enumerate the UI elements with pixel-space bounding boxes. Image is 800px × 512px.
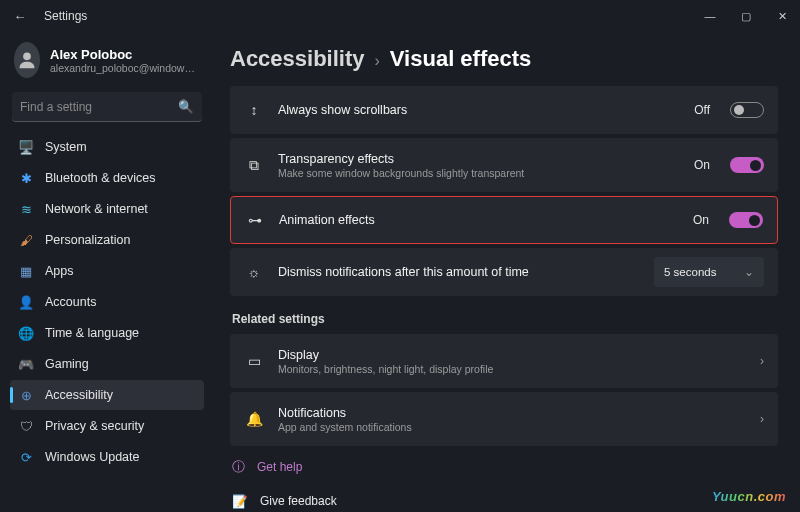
setting-animation: ⊶ Animation effects On <box>230 196 778 244</box>
setting-transparency: ⧉ Transparency effects Make some window … <box>230 138 778 192</box>
user-name: Alex Poloboc <box>50 47 200 62</box>
nav-label: Accounts <box>45 295 96 309</box>
select-value: 5 seconds <box>664 266 716 278</box>
sidebar: Alex Poloboc alexandru_poloboc@windowsre… <box>0 32 212 512</box>
brightness-icon: ☼ <box>244 264 264 280</box>
setting-scrollbars: ↕ Always show scrollbars Off <box>230 86 778 134</box>
nav-icon: 🛡 <box>18 418 34 434</box>
related-subtitle: Monitors, brightness, night light, displ… <box>278 363 746 375</box>
toggle-state: On <box>694 158 710 172</box>
chevron-right-icon: › <box>760 412 764 426</box>
nav-icon: 🖌 <box>18 232 34 248</box>
nav-item-accessibility[interactable]: ⊕Accessibility <box>10 380 204 410</box>
close-button[interactable]: ✕ <box>764 0 800 32</box>
link-label: Get help <box>257 460 302 474</box>
related-title: Notifications <box>278 406 746 420</box>
nav-item-windows-update[interactable]: ⟳Windows Update <box>10 442 204 472</box>
avatar <box>14 42 40 78</box>
nav-item-time-language[interactable]: 🌐Time & language <box>10 318 204 348</box>
nav-icon: 🎮 <box>18 356 34 372</box>
get-help-link[interactable]: ⓘ Get help <box>230 450 778 484</box>
related-notifications[interactable]: 🔔 Notifications App and system notificat… <box>230 392 778 446</box>
breadcrumb-parent[interactable]: Accessibility <box>230 46 365 72</box>
search-input[interactable] <box>20 100 178 114</box>
nav-item-accounts[interactable]: 👤Accounts <box>10 287 204 317</box>
search-icon: 🔍 <box>178 99 194 114</box>
related-heading: Related settings <box>232 312 778 326</box>
nav-icon: ⟳ <box>18 449 34 465</box>
animation-toggle[interactable] <box>729 212 763 228</box>
scrollbars-toggle[interactable] <box>730 102 764 118</box>
setting-title: Always show scrollbars <box>278 103 680 117</box>
setting-title: Transparency effects <box>278 152 680 166</box>
content-area: Accessibility › Visual effects ↕ Always … <box>212 32 800 512</box>
link-label: Give feedback <box>260 494 337 508</box>
display-icon: ▭ <box>244 353 264 369</box>
related-title: Display <box>278 348 746 362</box>
minimize-button[interactable]: ― <box>692 0 728 32</box>
transparency-icon: ⧉ <box>244 157 264 174</box>
breadcrumb-current: Visual effects <box>390 46 531 72</box>
nav-item-bluetooth-devices[interactable]: ✱Bluetooth & devices <box>10 163 204 193</box>
nav-item-gaming[interactable]: 🎮Gaming <box>10 349 204 379</box>
setting-subtitle: Make some window backgrounds slightly tr… <box>278 167 680 179</box>
transparency-toggle[interactable] <box>730 157 764 173</box>
chevron-right-icon: › <box>760 354 764 368</box>
nav-item-apps[interactable]: ▦Apps <box>10 256 204 286</box>
nav-item-personalization[interactable]: 🖌Personalization <box>10 225 204 255</box>
related-subtitle: App and system notifications <box>278 421 746 433</box>
nav-label: Bluetooth & devices <box>45 171 156 185</box>
nav-list: 🖥️System✱Bluetooth & devices≋Network & i… <box>10 132 204 472</box>
nav-item-system[interactable]: 🖥️System <box>10 132 204 162</box>
nav-label: Personalization <box>45 233 130 247</box>
toggle-state: On <box>693 213 709 227</box>
nav-label: System <box>45 140 87 154</box>
nav-label: Network & internet <box>45 202 148 216</box>
setting-title: Dismiss notifications after this amount … <box>278 265 640 279</box>
nav-item-privacy-security[interactable]: 🛡Privacy & security <box>10 411 204 441</box>
nav-label: Privacy & security <box>45 419 144 433</box>
chevron-right-icon: › <box>375 52 380 70</box>
animation-icon: ⊶ <box>245 212 265 228</box>
breadcrumb: Accessibility › Visual effects <box>230 46 778 72</box>
window-title: Settings <box>44 9 87 23</box>
title-bar: ← Settings ― ▢ ✕ <box>0 0 800 32</box>
bell-icon: 🔔 <box>244 411 264 427</box>
search-box[interactable]: 🔍 <box>12 92 202 122</box>
nav-icon: 👤 <box>18 294 34 310</box>
nav-icon: ▦ <box>18 263 34 279</box>
maximize-button[interactable]: ▢ <box>728 0 764 32</box>
nav-icon: 🌐 <box>18 325 34 341</box>
user-block[interactable]: Alex Poloboc alexandru_poloboc@windowsre… <box>10 38 204 90</box>
nav-label: Apps <box>45 264 74 278</box>
nav-label: Windows Update <box>45 450 140 464</box>
help-icon: ⓘ <box>232 459 245 476</box>
setting-dismiss-notifications: ☼ Dismiss notifications after this amoun… <box>230 248 778 296</box>
nav-label: Accessibility <box>45 388 113 402</box>
nav-icon: ⊕ <box>18 387 34 403</box>
nav-label: Time & language <box>45 326 139 340</box>
back-button[interactable]: ← <box>10 9 30 24</box>
give-feedback-link[interactable]: 📝 Give feedback <box>230 484 778 512</box>
nav-item-network-internet[interactable]: ≋Network & internet <box>10 194 204 224</box>
nav-icon: 🖥️ <box>18 139 34 155</box>
watermark: Yuucn.com <box>712 489 786 504</box>
nav-icon: ≋ <box>18 201 34 217</box>
toggle-state: Off <box>694 103 710 117</box>
feedback-icon: 📝 <box>232 494 248 509</box>
related-display[interactable]: ▭ Display Monitors, brightness, night li… <box>230 334 778 388</box>
nav-label: Gaming <box>45 357 89 371</box>
dismiss-duration-select[interactable]: 5 seconds ⌄ <box>654 257 764 287</box>
svg-point-0 <box>23 52 31 60</box>
user-email: alexandru_poloboc@windowsreport... <box>50 62 200 74</box>
nav-icon: ✱ <box>18 170 34 186</box>
scrollbars-icon: ↕ <box>244 102 264 118</box>
setting-title: Animation effects <box>279 213 679 227</box>
chevron-down-icon: ⌄ <box>744 265 754 279</box>
